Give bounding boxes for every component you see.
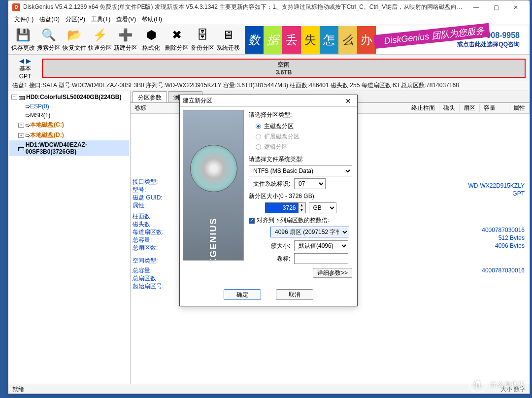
nav-arrows[interactable]: ◀ ▶: [19, 57, 31, 65]
radio-extended: 扩展磁盘分区: [249, 132, 352, 142]
size-stepper[interactable]: ▲▼: [299, 202, 306, 213]
save-icon: 💾: [15, 27, 31, 43]
spin-up-icon[interactable]: ▲: [299, 203, 305, 208]
menu-part[interactable]: 分区(P): [63, 14, 88, 25]
promo-tiles: 数 据 丢 失 怎 么 办: [245, 26, 376, 54]
vol-input[interactable]: [294, 253, 348, 264]
menu-disk[interactable]: 磁盘(D): [36, 14, 63, 25]
col-end-cyl: 终止柱面: [407, 104, 439, 112]
menu-file[interactable]: 文件(F): [11, 14, 36, 25]
backup-icon: 🗄: [195, 27, 210, 43]
cancel-button[interactable]: 取消: [276, 289, 313, 300]
partition-type-label: 请选择分区类型:: [249, 111, 352, 119]
promo-tile: 怎: [320, 26, 338, 54]
promo-banner: 数 据 丢 失 怎 么 办 DiskGenius 团队为您服务 致电：400-0…: [245, 26, 528, 54]
menu-tools[interactable]: 工具(T): [88, 14, 113, 25]
spin-down-icon[interactable]: ▼: [299, 208, 305, 213]
info-label: 属性:: [133, 201, 146, 209]
minimize-button[interactable]: —: [466, 0, 486, 14]
promo-tile: 办: [357, 26, 376, 54]
tree-c[interactable]: +➯ 本地磁盘(C:): [9, 120, 129, 130]
tool-save[interactable]: 💾保存更改: [10, 26, 36, 54]
tool-delete[interactable]: ✖删除分区: [164, 26, 190, 54]
menu-view[interactable]: 查看(V): [113, 14, 139, 25]
promo-right[interactable]: DiskGenius 团队为您服务 致电：400-008-9958 或点击此处选…: [376, 26, 528, 54]
tool-quickpart[interactable]: ⚡快速分区: [87, 26, 113, 54]
menubar: 文件(F) 磁盘(D) 分区(P) 工具(T) 查看(V) 帮助(H): [8, 14, 530, 25]
info-label: 总扇区数:: [133, 244, 158, 252]
radio-primary[interactable]: 主磁盘分区: [249, 121, 352, 132]
info-label: 起始扇区号:: [133, 282, 164, 290]
radio-icon: [256, 134, 261, 139]
advanced-button[interactable]: 详细参数>>: [313, 268, 352, 278]
tree-msr[interactable]: ➯ MSR(1): [9, 111, 129, 120]
tree-esp[interactable]: ➯ ESP(0): [9, 102, 129, 111]
migrate-icon: 🖥: [220, 27, 236, 43]
close-button[interactable]: ✕: [506, 0, 526, 14]
ok-button[interactable]: 确定: [224, 289, 261, 300]
size-input-group: ▲▼: [265, 202, 306, 213]
watermark: 值 什么值得买: [469, 375, 525, 393]
tool-backup[interactable]: 🗄备份分区: [190, 26, 215, 54]
disk-side-info: ◀ ▶ 基本 GPT: [10, 57, 40, 80]
radio-icon: [256, 144, 261, 150]
promo-tile: 失: [301, 26, 320, 54]
recover-icon: 📂: [66, 27, 82, 43]
unit-select[interactable]: GB: [309, 202, 336, 213]
menu-help[interactable]: 帮助(H): [139, 14, 165, 25]
status-text: 就绪: [12, 386, 24, 393]
tab-partition-params[interactable]: 分区参数: [133, 91, 167, 102]
info-4096: 4096 Bytes: [495, 242, 525, 250]
promo-tile: 么: [338, 26, 357, 54]
app-icon: D: [12, 3, 20, 11]
format-icon: ⬢: [143, 27, 159, 43]
col-sector: 扇区: [460, 104, 480, 112]
dialog-form: 请选择分区类型: 主磁盘分区 扩展磁盘分区 逻辑分区 请选择文件系统类型: NT…: [247, 107, 357, 281]
cluster-label: 簇大小:: [249, 242, 294, 250]
align-checkbox[interactable]: ✓: [249, 218, 255, 224]
info-label: 总容量:: [133, 266, 152, 274]
fs-id-label: 文件系统标识:: [249, 180, 294, 188]
info-serial: WD-WX22D915KZLY: [468, 182, 525, 190]
info-512: 512 Bytes: [499, 234, 525, 242]
info-label: 每道扇区数:: [133, 228, 164, 236]
newpart-icon: ➕: [118, 27, 133, 43]
tool-format[interactable]: ⬢格式化: [138, 26, 164, 54]
radio-icon: [256, 124, 261, 129]
toolbar: 💾保存更改 🔍搜索分区 📂恢复文件 ⚡快速分区 ➕新建分区 ⬢格式化 ✖删除分区…: [8, 25, 530, 55]
dialog-image: DISKGENIUS: [183, 110, 244, 261]
info-label: 总扇区数:: [133, 274, 158, 282]
tree-hd1[interactable]: 🖴HD1:WDCWD40EZAZ-00SF3B0(3726GB): [9, 140, 129, 156]
tool-search[interactable]: 🔍搜索分区: [36, 26, 62, 54]
status-bar: 就绪 大小 数字: [8, 384, 530, 394]
col-label: 卷标: [131, 104, 185, 112]
tool-newpart[interactable]: ➕新建分区: [113, 26, 138, 54]
maximize-button[interactable]: ▢: [486, 0, 506, 14]
info-label: 接口类型:: [133, 178, 158, 186]
dialog-close-button[interactable]: ✕: [342, 97, 354, 105]
tool-recover[interactable]: 📂恢复文件: [62, 26, 87, 54]
tree-d[interactable]: +➯ 本地磁盘(D:): [9, 130, 129, 140]
tree-hd0[interactable]: −🖴HD0:ColorfulSL500240GB(224GB): [9, 92, 129, 102]
size-label: 新分区大小(0 - 3726 GB):: [249, 192, 352, 200]
align-select[interactable]: 4096 扇区 (2097152 字节): [270, 227, 349, 237]
info-gpt: GPT: [512, 190, 525, 198]
dialog-buttons: 确定 取消: [180, 284, 357, 306]
vol-label: 卷标:: [249, 255, 294, 263]
dialog-titlebar: 建立新分区 ✕: [180, 95, 357, 107]
info-label: 柱面数:: [133, 212, 152, 220]
info-label: 空间类型:: [133, 257, 158, 265]
col-attr: 属性: [509, 104, 530, 112]
fs-id-select[interactable]: 07: [294, 178, 326, 189]
fs-select[interactable]: NTFS (MS Basic Data): [249, 166, 352, 176]
size-input[interactable]: [265, 202, 299, 213]
tool-migrate[interactable]: 🖥系统迁移: [215, 26, 241, 54]
watermark-text: 什么值得买: [491, 380, 525, 389]
cluster-select[interactable]: 默认值(4096): [294, 240, 348, 251]
info-total2: 4000787030016: [482, 266, 525, 274]
region-size: 3.6TB: [276, 69, 292, 76]
new-partition-dialog: 建立新分区 ✕ DISKGENIUS 请选择分区类型: 主磁盘分区 扩展磁盘分区…: [179, 95, 358, 306]
disk-free-region[interactable]: 空闲 3.6TB: [42, 59, 526, 78]
disk-tree[interactable]: −🖴HD0:ColorfulSL500240GB(224GB) ➯ ESP(0)…: [8, 91, 131, 387]
info-label: 磁盘 GUID:: [133, 194, 163, 201]
